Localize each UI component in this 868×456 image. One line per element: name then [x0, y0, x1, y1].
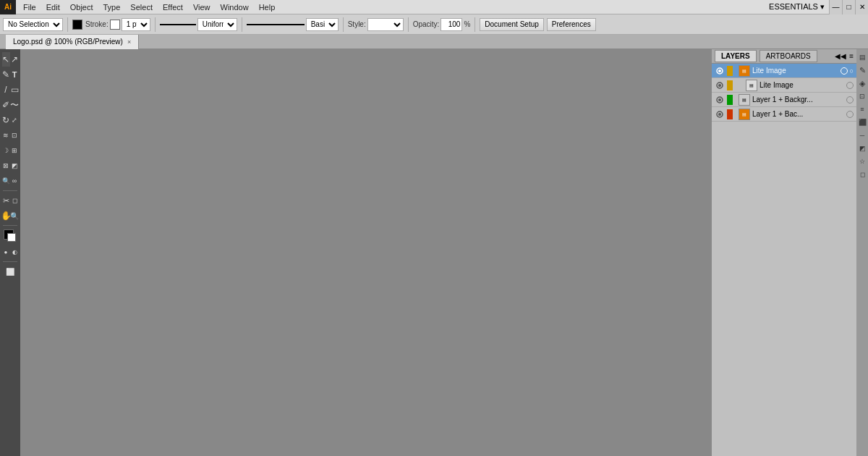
opacity-item: Opacity: %	[413, 18, 471, 31]
gradient-fill-btn[interactable]: ◐	[11, 245, 19, 259]
menu-help[interactable]: Help	[255, 2, 280, 12]
layer-target-circle[interactable]	[841, 67, 848, 75]
layer-row[interactable]: ▤ Lite Image	[712, 78, 856, 93]
layer-thumbnail: ▤	[739, 109, 750, 120]
minimize-button[interactable]: —	[829, 0, 842, 14]
main-area: ↖ ↗ ✎ T / ▭ ✐ 〜 ↻ ⤢ ≋ ⊡ ☽ ⊞ ⊠ ◩	[0, 49, 868, 456]
fill-color-item	[72, 20, 82, 30]
panel-icon-gradient[interactable]: ◩	[857, 143, 867, 153]
workspace-switcher[interactable]: ESSENTIALS ▾	[769, 2, 829, 12]
document-setup-button[interactable]: Document Setup	[480, 18, 544, 31]
paintbrush-tool[interactable]: ✐	[2, 98, 10, 112]
brush-dropdown[interactable]: Basic	[306, 18, 339, 31]
mesh-tool[interactable]: ⊠	[2, 159, 10, 173]
selection-display: No Selection	[3, 18, 63, 31]
layer-row[interactable]: ▤ Layer 1 + Backgr...	[712, 93, 856, 107]
menu-edit[interactable]: Edit	[42, 2, 64, 12]
panel-icon-pathfinder[interactable]: ⬛	[857, 117, 867, 127]
graph-tool[interactable]: ⊞	[11, 143, 19, 158]
layer-target-circle[interactable]	[846, 111, 854, 118]
opacity-label: Opacity:	[413, 20, 440, 28]
scissors-tool[interactable]: ✂	[2, 193, 10, 208]
panel-icon-transparency[interactable]: ◻	[857, 169, 867, 180]
tab-close-button[interactable]: ×	[127, 38, 131, 46]
panel-icon-align[interactable]: ≡	[857, 104, 867, 114]
menu-select[interactable]: Select	[126, 2, 157, 12]
menu-view[interactable]: View	[189, 2, 215, 12]
tool-group-scissors: ✂ ◻	[2, 193, 19, 208]
free-transform-tool[interactable]: ⊡	[11, 128, 19, 143]
blend-tool[interactable]: ∞	[11, 174, 19, 188]
eraser-tool[interactable]: ◻	[11, 193, 19, 208]
toolbar-separator-3	[242, 17, 242, 32]
gradient-tool[interactable]: ◩	[11, 159, 19, 173]
tab-bar: Logo.psd @ 100% (RGB/Preview) ×	[0, 35, 868, 49]
fill-color-swatch[interactable]	[72, 20, 82, 30]
hand-tool[interactable]: ✋	[2, 208, 10, 223]
color-mode-btn[interactable]: ●	[2, 245, 10, 259]
menu-object[interactable]: Object	[66, 2, 98, 12]
panel-expand-icon[interactable]: ◀◀	[835, 52, 846, 60]
tool-group-paint: ✐ 〜	[2, 98, 19, 112]
layer-target-circle[interactable]	[846, 96, 854, 104]
toolbar-separator-1	[67, 17, 68, 32]
layer-visibility-toggle[interactable]	[715, 95, 725, 105]
preferences-button[interactable]: Preferences	[547, 18, 596, 31]
stroke-line	[160, 24, 196, 25]
opacity-input[interactable]	[441, 18, 462, 31]
type-tool[interactable]: T	[11, 67, 19, 82]
line-tool[interactable]: /	[2, 83, 10, 97]
layer-thumbnail: ▤	[746, 80, 757, 91]
style-dropdown[interactable]	[367, 18, 404, 31]
menu-type[interactable]: Type	[99, 2, 125, 12]
svg-point-8	[718, 69, 721, 72]
stroke-type-dropdown[interactable]: Uniform	[197, 18, 237, 31]
layer-row[interactable]: ▤ Layer 1 + Bac...	[712, 107, 856, 122]
panel-icon-layers[interactable]: ▤	[857, 52, 867, 62]
layer-row[interactable]: ▤ Lite Image ○	[712, 64, 856, 78]
panel-icon-symbol[interactable]: ☆	[857, 156, 867, 166]
rotate-tool[interactable]: ↻	[2, 113, 10, 127]
select-tool[interactable]: ↖	[2, 52, 10, 67]
panel-icon-color[interactable]: ◈	[857, 78, 867, 88]
tool-group-mesh: ⊠ ◩	[2, 159, 19, 173]
far-right-sidebar: ▤ ✎ ◈ ⊡ ≡ ⬛ ─ ◩ ☆ ◻	[856, 49, 868, 456]
warp-tool[interactable]: ≋	[2, 128, 10, 143]
menu-bar: Ai File Edit Object Type Select Effect V…	[0, 0, 868, 14]
tool-separator	[3, 190, 17, 191]
layers-panel: ▤ Lite Image ○ ▤ Lite Image	[712, 64, 856, 456]
layers-tab[interactable]: LAYERS	[715, 50, 757, 62]
layer-target-circle[interactable]	[846, 82, 854, 89]
tool-group-rotate: ↻ ⤢	[2, 113, 19, 127]
screen-mode-btn[interactable]: ⬜	[2, 264, 18, 279]
pencil-tool[interactable]: 〜	[11, 98, 19, 112]
layer-visibility-toggle[interactable]	[715, 66, 725, 76]
rect-tool[interactable]: ▭	[11, 83, 19, 97]
menu-window[interactable]: Window	[216, 2, 253, 12]
close-button[interactable]: ✕	[855, 0, 868, 14]
pen-tool[interactable]: ✎	[2, 67, 10, 82]
stroke-width-input[interactable]: 1 pt	[122, 18, 150, 31]
toolbar-separator-6	[475, 17, 475, 32]
stroke-swatch[interactable]	[110, 20, 120, 30]
selection-dropdown[interactable]: No Selection	[3, 18, 63, 31]
document-tab[interactable]: Logo.psd @ 100% (RGB/Preview) ×	[6, 35, 139, 49]
menu-effect[interactable]: Effect	[158, 2, 187, 12]
eyedropper-tool[interactable]: 🔍	[2, 174, 10, 188]
layer-visibility-toggle[interactable]	[715, 109, 725, 119]
layer-visibility-toggle[interactable]	[715, 80, 725, 90]
scale-tool[interactable]: ⤢	[11, 113, 19, 127]
panel-icon-transform[interactable]: ⊡	[857, 91, 867, 101]
panel-icon-stroke[interactable]: ─	[857, 130, 867, 140]
panel-icon-brush[interactable]: ✎	[857, 65, 867, 75]
artboards-tab[interactable]: ARTBOARDS	[760, 50, 817, 62]
menu-file[interactable]: File	[19, 2, 41, 12]
stroke-line-item: Uniform	[160, 18, 237, 31]
fill-stroke-indicator[interactable]	[2, 228, 18, 244]
direct-select-tool[interactable]: ↗	[11, 52, 19, 67]
symbol-sprayer-tool[interactable]: ☽	[2, 143, 10, 158]
panel-menu-icon[interactable]: ≡	[849, 52, 854, 60]
maximize-button[interactable]: □	[842, 0, 855, 14]
zoom-tool[interactable]: 🔍	[11, 208, 19, 223]
style-item: Style:	[348, 18, 404, 31]
